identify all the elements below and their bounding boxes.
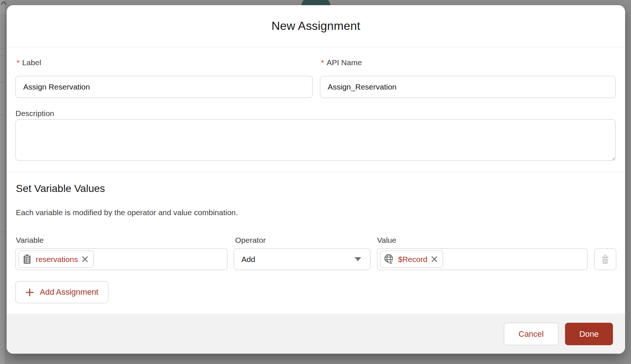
label-field-label: *Label [17,58,41,67]
variable-column-label: Variable [16,236,44,245]
variable-pill[interactable]: reservations [18,251,94,268]
toolbar-separator [0,16,5,16]
remove-value-icon[interactable] [430,255,438,263]
description-textarea[interactable] [15,119,616,161]
background-toolbar-strip [0,0,5,364]
add-assignment-label: Add Assignment [40,287,98,297]
modal-header: New Assignment [7,5,625,47]
done-button[interactable]: Done [565,323,613,345]
new-assignment-modal: New Assignment *Label *API Name Descript… [7,5,625,354]
required-asterisk: * [321,58,324,67]
chevron-down-icon [355,257,361,261]
required-asterisk: * [17,58,20,67]
toolbar-separator [0,115,5,115]
variable-pill-label: reservations [36,255,78,264]
toolbar-separator [0,55,5,55]
modal-title: New Assignment [271,19,360,33]
delete-assignment-button[interactable] [594,248,616,270]
operator-column-label: Operator [235,236,266,245]
operator-selected-value: Add [241,255,355,264]
label-input[interactable] [15,76,313,98]
plus-icon [25,288,34,297]
variable-combobox[interactable]: reservations [15,248,227,270]
value-pill[interactable]: x $Record [380,251,443,268]
trash-icon [600,254,610,265]
modal-footer: Cancel Done [7,314,625,354]
value-combobox[interactable]: x $Record [377,248,588,270]
global-variable-icon: x [383,253,395,265]
section-heading: Set Variable Values [16,183,105,195]
chevron-up-icon [1,0,7,7]
api-name-field-label: *API Name [321,58,362,67]
toolbar-separator [0,48,5,49]
remove-variable-icon[interactable] [81,255,89,263]
section-divider [7,172,625,172]
section-description: Each variable is modified by the operato… [16,208,238,217]
value-column-label: Value [377,236,396,245]
add-assignment-button[interactable]: Add Assignment [15,281,108,303]
record-collection-icon [22,254,32,265]
value-pill-label: $Record [398,255,427,264]
toolbar-separator [0,82,5,83]
cancel-button[interactable]: Cancel [504,323,558,345]
operator-select[interactable]: Add [234,248,370,270]
api-name-input[interactable] [320,76,616,98]
description-field-label: Description [15,109,54,118]
toolbar-separator [0,232,5,232]
